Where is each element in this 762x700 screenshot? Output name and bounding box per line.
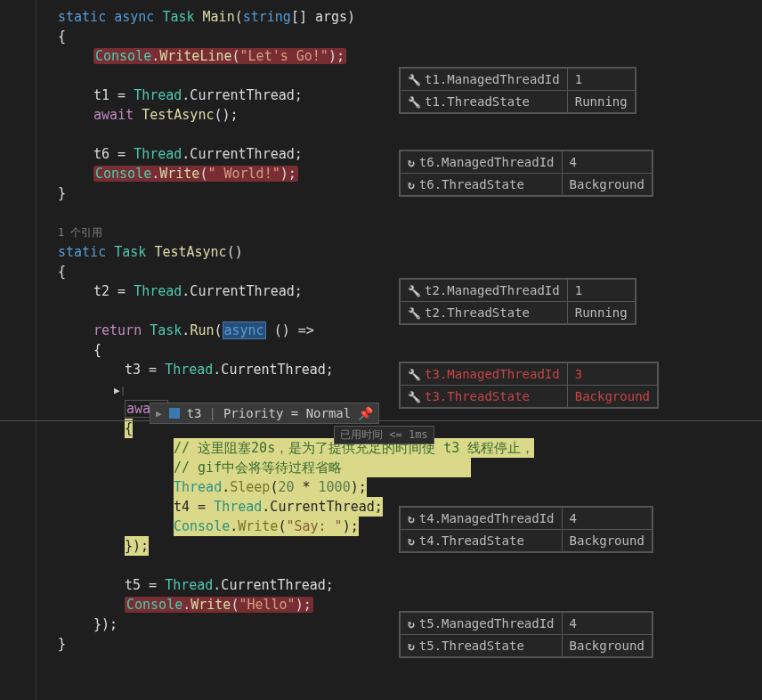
quickinfo-var: t3 [187, 406, 202, 420]
codelens-references[interactable]: 1 个引用 [0, 223, 762, 242]
field-icon [169, 408, 180, 419]
code-line: Console.WriteLine("Let's Go!"); [0, 46, 762, 66]
datatip-t2[interactable]: t2.ManagedThreadId1 t2.ThreadStateRunnin… [399, 278, 636, 325]
datatip-t5[interactable]: t5.ManagedThreadId4 t5.ThreadStateBackgr… [399, 611, 653, 658]
datatip-t3[interactable]: t3.ManagedThreadId3 t3.ThreadStateBackgr… [399, 362, 659, 409]
expand-icon[interactable]: ▶ [156, 408, 162, 419]
datatip-t6[interactable]: t6.ManagedThreadId4 t6.ThreadStateBackgr… [399, 150, 653, 197]
datatip-t4[interactable]: t4.ManagedThreadId4 t4.ThreadStateBackgr… [399, 506, 653, 553]
pin-icon[interactable]: 📌 [358, 406, 373, 420]
code-editor[interactable]: static async Task Main(string[] args) { … [0, 0, 762, 654]
code-line: static async Task Main(string[] args) [0, 7, 762, 27]
code-line: t2 = Thread.CurrentThread; [0, 281, 762, 301]
code-line: t1 = Thread.CurrentThread; [0, 85, 762, 105]
code-line: t5 = Thread.CurrentThread; [0, 575, 762, 595]
code-line: { [0, 262, 762, 281]
perf-tip[interactable]: 已用时间 <= 1ms [334, 426, 434, 444]
code-line: { [0, 27, 762, 46]
code-line: static Task TestAsync() [0, 242, 762, 262]
code-line: // gif中会将等待过程省略 [0, 458, 762, 477]
quickinfo-prop: Priority = Normal [223, 406, 351, 420]
code-line: await TestAsync(); [0, 105, 762, 125]
code-line: Thread.Sleep(20 * 1000); [0, 477, 762, 497]
quickinfo-tooltip[interactable]: ▶ t3 | Priority = Normal 📌 [150, 403, 379, 424]
code-line: { [0, 340, 762, 360]
code-line: return Task.Run(async () => [0, 321, 762, 340]
execution-marker: ▶| [114, 385, 126, 396]
datatip-t1[interactable]: t1.ManagedThreadId1 t1.ThreadStateRunnin… [399, 67, 636, 114]
